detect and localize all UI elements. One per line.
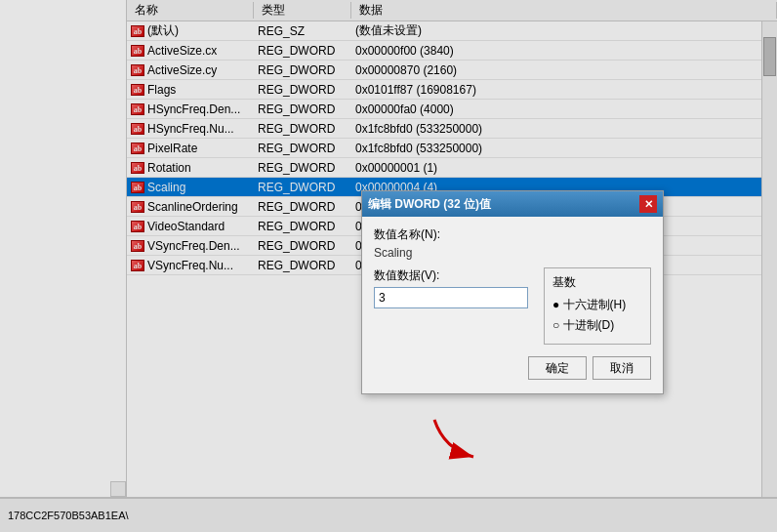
dialog-right-col: 基数 ● 十六进制(H) ○ 十进制(D) [544, 267, 651, 345]
cancel-button[interactable]: 取消 [593, 356, 651, 380]
value-name-label: 数值名称(N): [374, 226, 651, 243]
hex-radio-item[interactable]: ● 十六进制(H) [552, 297, 642, 313]
dialog-close-button[interactable]: ✕ [639, 195, 657, 213]
dialog-buttons: 确定 取消 [374, 356, 651, 384]
dialog-body: 数值名称(N): Scaling 数值数据(V): 基数 ● 十六进制(H) ○… [362, 217, 663, 393]
dialog-left-col: 数值数据(V): [374, 267, 528, 345]
dword-dialog: 编辑 DWORD (32 位)值 ✕ 数值名称(N): Scaling 数值数据… [361, 190, 664, 394]
dialog-title: 编辑 DWORD (32 位)值 [368, 196, 491, 213]
value-data-input[interactable] [374, 287, 528, 308]
dialog-value-name: Scaling [374, 246, 651, 260]
base-radio-group: 基数 ● 十六进制(H) ○ 十进制(D) [544, 267, 651, 345]
dialog-titlebar: 编辑 DWORD (32 位)值 ✕ [362, 191, 663, 217]
base-label: 基数 [552, 274, 642, 291]
dialog-row: 数值数据(V): 基数 ● 十六进制(H) ○ 十进制(D) [374, 267, 651, 345]
value-data-label: 数值数据(V): [374, 267, 528, 284]
dec-radio-label: ○ 十进制(D) [552, 317, 614, 334]
dec-radio-item[interactable]: ○ 十进制(D) [552, 317, 642, 334]
ok-button[interactable]: 确定 [528, 356, 587, 380]
main-window: 名称 类型 数据 ab(默认)REG_SZ(数值未设置)abActiveSize… [0, 0, 777, 532]
hex-radio-label: ● 十六进制(H) [552, 297, 626, 313]
